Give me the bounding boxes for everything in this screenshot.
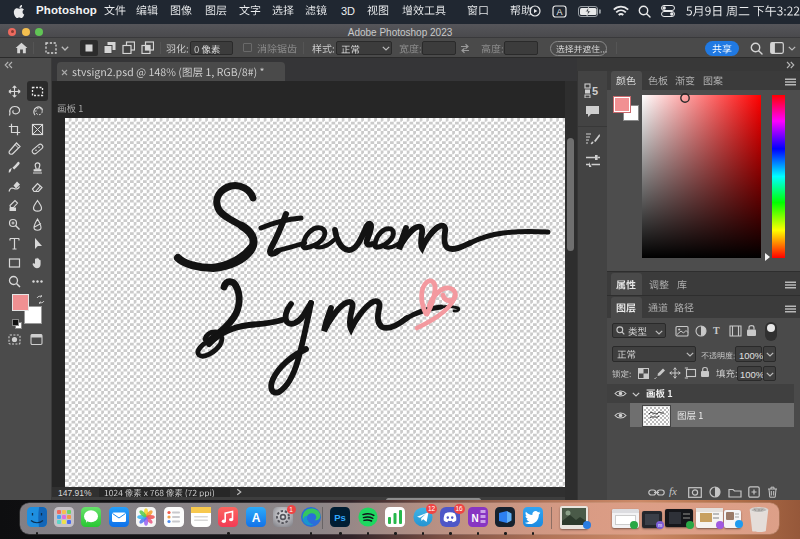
svg-text:A: A [251,511,260,525]
svg-text:5: 5 [592,85,598,97]
svg-text:N: N [471,513,478,524]
svg-text:Ps: Ps [334,512,346,523]
svg-text:A: A [556,6,562,16]
